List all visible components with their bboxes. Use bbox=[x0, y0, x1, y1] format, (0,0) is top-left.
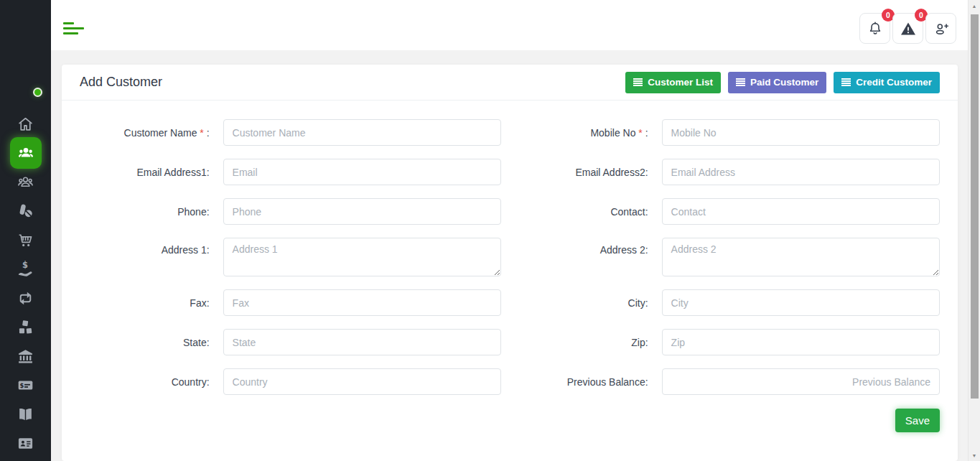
sidebar-item-money-check[interactable]: $ bbox=[0, 371, 51, 401]
status-dot-icon bbox=[34, 89, 41, 96]
customer-list-label: Customer List bbox=[648, 77, 713, 88]
sidebar-item-bank[interactable] bbox=[0, 342, 51, 371]
scroll-down-arrow-icon[interactable]: ▼ bbox=[969, 450, 980, 461]
label-text: Email Address2 bbox=[575, 167, 645, 178]
sidebar-item-contacts[interactable] bbox=[0, 429, 51, 459]
contact-input[interactable] bbox=[662, 198, 940, 225]
field-contact: Contact: bbox=[518, 198, 940, 225]
open-book-icon bbox=[17, 406, 34, 424]
scroll-up-arrow-icon[interactable]: ▲ bbox=[969, 0, 980, 11]
field-label: Email Address2: bbox=[518, 167, 662, 178]
content-area: Add Customer Customer List Paid Customer… bbox=[51, 50, 968, 461]
field-label: Address 2: bbox=[518, 238, 662, 256]
label-text: Phone bbox=[177, 206, 206, 218]
sidebar-item-medicine[interactable] bbox=[0, 197, 51, 226]
top-header: 0 0 bbox=[51, 0, 968, 50]
customer-name-input[interactable] bbox=[223, 119, 501, 146]
state-input[interactable] bbox=[223, 329, 501, 355]
city-input[interactable] bbox=[662, 289, 940, 316]
list-icon bbox=[736, 78, 745, 86]
notifications-button[interactable]: 0 bbox=[859, 13, 890, 44]
sidebar-item-users-group[interactable] bbox=[0, 167, 51, 197]
field-country: Country: bbox=[80, 368, 501, 395]
active-item-highlight bbox=[10, 137, 42, 169]
home-icon bbox=[17, 115, 34, 133]
field-label: Phone: bbox=[80, 206, 223, 218]
label-colon: : bbox=[645, 297, 648, 309]
label-text: Previous Balance bbox=[567, 376, 645, 388]
add-customer-card: Add Customer Customer List Paid Customer… bbox=[62, 65, 958, 461]
list-icon bbox=[841, 78, 851, 86]
label-colon: : bbox=[643, 127, 648, 139]
add-customer-form: Customer Name * : Email Address1: Phone:… bbox=[62, 101, 958, 447]
alerts-button[interactable]: 0 bbox=[892, 13, 923, 44]
scrollbar-thumb[interactable] bbox=[971, 14, 979, 399]
warning-triangle-icon bbox=[900, 20, 917, 37]
mobile-no-input[interactable] bbox=[662, 119, 940, 146]
sidebar-item-ledger[interactable] bbox=[0, 400, 51, 429]
label-colon: : bbox=[207, 297, 210, 309]
sidebar-item-damage[interactable] bbox=[0, 313, 51, 343]
sidebar-item-home[interactable] bbox=[0, 109, 51, 139]
shopping-cart-icon bbox=[17, 231, 34, 249]
paid-customer-label: Paid Customer bbox=[750, 77, 818, 88]
page-scrollbar[interactable]: ▲ ▼ bbox=[968, 0, 980, 461]
credit-customer-button[interactable]: Credit Customer bbox=[834, 72, 940, 93]
field-address1: Address 1: bbox=[80, 238, 501, 276]
save-button[interactable]: Save bbox=[895, 409, 940, 432]
credit-customer-label: Credit Customer bbox=[856, 77, 932, 88]
field-label: Country: bbox=[80, 376, 223, 388]
pills-icon bbox=[17, 202, 34, 220]
field-city: City: bbox=[518, 289, 940, 316]
sidebar-item-purchase[interactable] bbox=[0, 225, 51, 255]
sidebar-item-sales[interactable]: $ bbox=[0, 255, 51, 284]
label-text: Contact bbox=[610, 206, 645, 218]
sidebar: $ $ bbox=[0, 0, 51, 461]
country-input[interactable] bbox=[223, 368, 501, 395]
form-right-column: Mobile No * : Email Address2: Contact: A… bbox=[518, 119, 940, 408]
paid-customer-button[interactable]: Paid Customer bbox=[728, 72, 826, 93]
field-label: Fax: bbox=[80, 297, 223, 309]
repeat-arrows-icon bbox=[17, 289, 34, 307]
field-state: State: bbox=[80, 329, 501, 355]
label-colon: : bbox=[645, 376, 648, 388]
label-colon: : bbox=[207, 337, 210, 348]
address1-textarea[interactable] bbox=[223, 238, 501, 276]
customer-list-button[interactable]: Customer List bbox=[625, 72, 721, 93]
menu-toggle-button[interactable] bbox=[63, 22, 85, 37]
label-text: Address 1 bbox=[162, 244, 207, 256]
zip-input[interactable] bbox=[662, 329, 940, 355]
field-label: Previous Balance: bbox=[518, 376, 662, 388]
email1-input[interactable] bbox=[223, 159, 501, 185]
field-label: Address 1: bbox=[80, 238, 223, 256]
add-user-button[interactable] bbox=[925, 13, 956, 44]
field-label: Customer Name * : bbox=[80, 127, 223, 139]
field-email1: Email Address1: bbox=[80, 159, 501, 185]
label-colon: : bbox=[207, 376, 210, 388]
address2-textarea[interactable] bbox=[662, 238, 940, 276]
field-label: City: bbox=[518, 297, 662, 309]
field-previous-balance: Previous Balance: bbox=[518, 368, 940, 395]
field-mobile-no: Mobile No * : bbox=[518, 119, 940, 146]
phone-input[interactable] bbox=[223, 198, 501, 225]
hamburger-icon bbox=[63, 22, 74, 24]
bank-icon bbox=[17, 348, 34, 365]
field-address2: Address 2: bbox=[518, 238, 940, 276]
label-colon: : bbox=[645, 206, 648, 218]
field-customer-name: Customer Name * : bbox=[80, 119, 501, 146]
svg-text:$: $ bbox=[19, 382, 24, 389]
fax-input[interactable] bbox=[223, 289, 501, 316]
sidebar-item-returns[interactable] bbox=[0, 284, 51, 313]
bell-icon bbox=[867, 20, 884, 37]
email2-input[interactable] bbox=[662, 159, 940, 185]
label-text: Address 2 bbox=[600, 244, 645, 256]
sidebar-item-customers[interactable] bbox=[0, 137, 51, 169]
list-icon bbox=[633, 78, 643, 86]
customers-icon bbox=[17, 144, 35, 162]
previous-balance-input[interactable] bbox=[662, 368, 940, 395]
field-label: State: bbox=[80, 337, 223, 348]
field-label: Mobile No * : bbox=[518, 127, 662, 139]
field-email2: Email Address2: bbox=[518, 159, 940, 185]
hand-dollar-icon: $ bbox=[17, 260, 34, 278]
form-left-column: Customer Name * : Email Address1: Phone:… bbox=[80, 119, 501, 408]
